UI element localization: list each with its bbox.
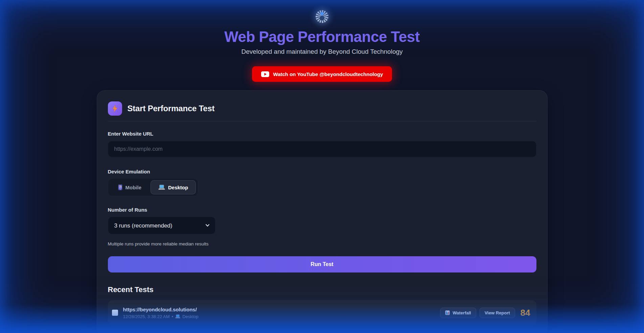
youtube-icon	[261, 71, 269, 77]
laptop-icon	[158, 185, 165, 190]
recent-tests-heading: Recent Tests	[108, 285, 536, 294]
recent-test-row: https://beyondcloud.solutions/ 12/28/202…	[108, 300, 536, 325]
test-device: Desktop	[182, 314, 199, 319]
test-checkbox[interactable]	[112, 310, 118, 316]
runs-select[interactable]: 3 runs (recommended)	[108, 217, 215, 234]
device-toggle-group: Mobile Desktop	[108, 178, 199, 196]
laptop-icon-small	[175, 314, 180, 318]
device-mobile-button[interactable]: Mobile	[110, 180, 150, 194]
youtube-button-label: Watch on YouTube @beyondcloudtechnology	[273, 71, 383, 77]
view-report-button[interactable]: View Report	[480, 308, 515, 318]
test-url: https://beyondcloud.solutions/	[123, 307, 199, 312]
test-score: 84	[521, 308, 530, 318]
device-emulation-label: Device Emulation	[108, 169, 536, 174]
app-logo	[316, 10, 328, 23]
page-subtitle: Developed and maintained by Beyond Cloud…	[0, 48, 644, 55]
device-desktop-button[interactable]: Desktop	[151, 180, 196, 194]
header-divider	[108, 121, 536, 121]
runs-hint: Multiple runs provide more reliable medi…	[108, 241, 536, 246]
bar-chart-icon	[445, 310, 450, 315]
test-row-actions: Waterfall View Report 84	[440, 308, 530, 318]
test-info: https://beyondcloud.solutions/ 12/28/202…	[123, 307, 199, 319]
waterfall-button-label: Waterfall	[453, 310, 471, 315]
performance-test-card: Start Performance Test Enter Website URL…	[97, 90, 548, 333]
runs-label: Number of Runs	[108, 207, 536, 213]
youtube-button[interactable]: Watch on YouTube @beyondcloudtechnology	[252, 66, 392, 82]
card-title: Start Performance Test	[128, 104, 215, 113]
mobile-icon	[118, 184, 122, 190]
waterfall-button[interactable]: Waterfall	[440, 308, 476, 318]
url-label: Enter Website URL	[108, 131, 536, 137]
runs-select-wrap: 3 runs (recommended)	[108, 217, 215, 234]
lightning-icon	[108, 101, 122, 116]
url-input[interactable]	[108, 141, 536, 157]
device-desktop-label: Desktop	[168, 185, 188, 190]
hero-header: Web Page Performance Test Developed and …	[0, 10, 644, 82]
test-timestamp: 12/28/2025, 3:38:22 AM	[123, 314, 170, 319]
run-test-button[interactable]: Run Test	[108, 256, 536, 272]
test-meta: 12/28/2025, 3:38:22 AM • Desktop	[123, 314, 199, 319]
card-header: Start Performance Test	[108, 101, 536, 116]
page: Web Page Performance Test Developed and …	[0, 0, 644, 333]
test-row-left: https://beyondcloud.solutions/ 12/28/202…	[112, 307, 199, 319]
device-mobile-label: Mobile	[125, 185, 142, 190]
meta-bullet: •	[172, 314, 174, 319]
page-title: Web Page Performance Test	[0, 28, 644, 45]
